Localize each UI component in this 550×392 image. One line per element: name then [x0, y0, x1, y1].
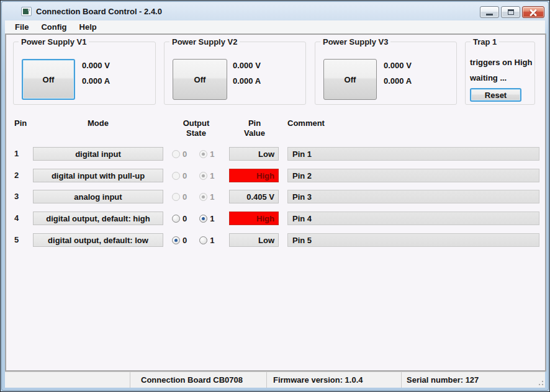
pin-value-field: 0.405 V [229, 190, 279, 203]
radio-circle-icon [172, 236, 180, 244]
comment-field[interactable]: Pin 3 [287, 190, 539, 203]
mode-field[interactable]: digital input with pull-up [33, 169, 163, 182]
radio-label: 1 [210, 149, 214, 159]
serial-text: Serial number: 127 [407, 375, 479, 385]
trap-status-text: waiting ... [470, 73, 507, 82]
header-pin: Pin [14, 118, 27, 128]
output-state-0-radio: 0 [172, 192, 187, 202]
radio-circle-icon [199, 236, 207, 244]
pin-value-field: High [229, 212, 279, 225]
menu-item-file[interactable]: File [9, 21, 35, 33]
menu-bar: File Config Help [5, 20, 545, 33]
group-label: Power Supply V2 [169, 37, 240, 47]
radio-label: 1 [210, 214, 214, 223]
window-title: Connection Board Control - 2.4.0 [36, 7, 162, 16]
radio-label: 1 [210, 192, 214, 202]
output-state-radios: 0 1 [172, 212, 227, 225]
menu-item-help[interactable]: Help [73, 21, 103, 33]
status-panel-serial: Serial number: 127 [401, 372, 545, 388]
comment-field[interactable]: Pin 5 [287, 233, 539, 247]
output-state-1-radio: 1 [199, 192, 214, 202]
status-panel-board: Connection Board CB0708 [130, 372, 266, 388]
group-label: Power Supply V3 [320, 37, 390, 47]
app-window: Connection Board Control - 2.4.0 File Co… [0, 0, 550, 392]
comment-field[interactable]: Pin 2 [287, 169, 539, 182]
output-state-radios: 0 1 [172, 190, 227, 203]
output-state-0-radio: 0 [172, 171, 187, 180]
pin-number: 2 [14, 169, 28, 182]
minimize-button[interactable] [480, 6, 499, 18]
power-supply-v2-group: Power Supply V2 Off 0.000 V 0.000 A [164, 42, 306, 105]
power-supply-v3-group: Power Supply V3 Off 0.000 V 0.000 A [315, 42, 457, 105]
pin-number: 3 [14, 190, 28, 203]
radio-label: 1 [210, 236, 214, 245]
pin-number: 4 [14, 212, 28, 225]
output-state-1-radio: 1 [199, 171, 214, 180]
output-state-radios: 0 1 [172, 169, 227, 182]
radio-circle-icon [199, 193, 207, 201]
power-supply-v2-off-button[interactable]: Off [173, 59, 227, 100]
comment-field[interactable]: Pin 4 [287, 212, 539, 225]
output-state-0-radio[interactable]: 0 [172, 236, 187, 245]
output-state-1-radio[interactable]: 1 [199, 214, 214, 223]
mode-field[interactable]: digital output, default: low [33, 233, 163, 247]
v3-voltage: 0.000 V [384, 61, 412, 70]
v2-voltage: 0.000 V [233, 61, 261, 70]
mode-field[interactable]: digital output, default: high [33, 212, 163, 225]
header-comment: Comment [287, 118, 325, 128]
v1-current: 0.000 A [82, 76, 110, 86]
radio-circle-icon [199, 215, 207, 223]
radio-label: 0 [183, 214, 187, 223]
output-state-radios: 0 1 [172, 147, 227, 161]
header-output-state-1: Output [165, 118, 227, 128]
radio-circle-icon [172, 150, 180, 158]
v1-voltage: 0.000 V [82, 61, 110, 70]
v2-current: 0.000 A [233, 76, 261, 86]
radio-circle-icon [172, 215, 180, 223]
radio-circle-icon [172, 193, 180, 201]
app-icon[interactable] [21, 7, 32, 16]
pin-value-field: Low [229, 147, 279, 161]
comment-field[interactable]: Pin 1 [287, 147, 539, 161]
output-state-1-radio[interactable]: 1 [199, 236, 214, 245]
pin-value-field: High [229, 169, 279, 182]
header-pin-value-2: Value [223, 128, 286, 138]
title-bar: Connection Board Control - 2.4.0 [2, 2, 548, 20]
close-button[interactable] [522, 6, 544, 18]
header-output-state-2: State [165, 128, 227, 138]
mode-field[interactable]: digital input [33, 147, 163, 161]
header-pin-value-1: Pin [223, 118, 286, 128]
radio-circle-icon [199, 172, 207, 180]
group-label: Trap 1 [471, 37, 499, 47]
output-state-0-radio[interactable]: 0 [172, 214, 187, 223]
pin-number: 5 [14, 233, 28, 247]
status-panel-empty [5, 372, 130, 388]
maximize-button[interactable] [501, 6, 520, 18]
power-supply-v1-group: Power Supply V1 Off 0.000 V 0.000 A [13, 42, 156, 105]
radio-label: 0 [183, 236, 187, 245]
output-state-radios: 0 1 [172, 233, 227, 247]
trap-trigger-text: triggers on High [470, 58, 532, 67]
pin-value-field: Low [229, 233, 279, 247]
v3-current: 0.000 A [384, 76, 412, 86]
radio-circle-icon [199, 150, 207, 158]
radio-label: 1 [210, 171, 214, 180]
mode-field[interactable]: analog input [33, 190, 163, 203]
power-supply-v3-off-button[interactable]: Off [323, 59, 377, 100]
resize-grip-icon[interactable] [536, 378, 544, 386]
group-label: Power Supply V1 [19, 37, 89, 47]
status-bar: Connection Board CB0708 Firmware version… [5, 372, 545, 388]
menu-item-config[interactable]: Config [35, 21, 73, 33]
power-supply-v1-off-button[interactable]: Off [22, 59, 75, 100]
minimize-icon [486, 14, 493, 16]
trap-reset-button[interactable]: Reset [470, 88, 521, 102]
close-icon [530, 9, 537, 16]
radio-circle-icon [172, 172, 180, 180]
radio-label: 0 [183, 171, 187, 180]
header-mode: Mode [33, 118, 163, 128]
maximize-icon [508, 9, 514, 15]
radio-label: 0 [183, 149, 187, 159]
pin-number: 1 [14, 147, 28, 161]
trap-group: Trap 1 triggers on High waiting ... Rese… [465, 42, 535, 105]
window-controls [480, 6, 544, 18]
